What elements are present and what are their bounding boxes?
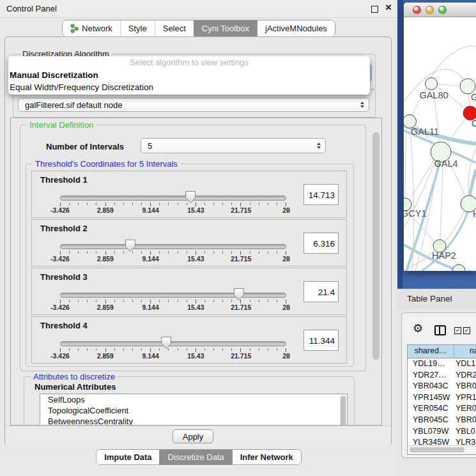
stepper-arrows-icon[interactable] xyxy=(317,142,321,149)
tab-discretize-data[interactable]: Discretize Data xyxy=(160,450,232,464)
maximize-traffic-light-icon[interactable] xyxy=(438,6,447,14)
split-view-icon[interactable] xyxy=(434,325,446,335)
table-row[interactable]: YBL079WYBL0 xyxy=(408,426,476,438)
cell-shared-name[interactable]: YDL19… xyxy=(408,358,454,370)
scrollbar-thumb[interactable] xyxy=(372,132,380,360)
node-label: GAL80 xyxy=(419,90,448,100)
slider-track[interactable] xyxy=(60,244,286,249)
node-label: C xyxy=(472,118,476,128)
popup-item-manual-discretization[interactable]: Manual Discretization xyxy=(8,69,370,81)
close-icon[interactable]: × xyxy=(385,1,392,14)
node-label: HAP2 xyxy=(432,250,456,261)
scrollbar-thumb[interactable] xyxy=(410,447,464,452)
checkbox-icon[interactable] xyxy=(454,327,461,334)
cell-name[interactable]: YBR0 xyxy=(454,415,476,426)
tab-infer-network[interactable]: Infer Network xyxy=(232,450,301,464)
thresholds-group: Threshold's Coordinates for 5 Intervals … xyxy=(26,164,354,367)
cell-name[interactable]: YPR1 xyxy=(454,392,476,404)
slider-track[interactable] xyxy=(60,293,286,298)
group-title: Attributes to discretize xyxy=(31,372,118,381)
gear-icon[interactable]: ⚙ xyxy=(413,323,423,334)
tab-style[interactable]: Style xyxy=(120,20,155,36)
cell-name[interactable]: YBL0 xyxy=(454,426,476,438)
table-row[interactable]: YPR145WYPR1 xyxy=(408,392,476,404)
tab-network[interactable]: Network xyxy=(63,20,120,36)
slider-track[interactable] xyxy=(60,341,286,346)
table-row[interactable]: YDR27…YDR2 xyxy=(408,370,476,381)
tick-label: -3.426 xyxy=(50,352,70,360)
list-scrollbar[interactable] xyxy=(340,395,346,426)
cell-name[interactable]: YDL1 xyxy=(454,358,476,370)
list-item-selfloops[interactable]: SelfLoops xyxy=(40,394,347,405)
cell-shared-name[interactable]: YBR045C xyxy=(408,415,454,426)
network-window-titlebar[interactable] xyxy=(404,3,476,17)
slider-track[interactable] xyxy=(60,196,286,201)
cell-name[interactable]: YER0 xyxy=(454,403,476,415)
attributes-listbox[interactable]: SelfLoopsTopologicalCoefficientBetweenne… xyxy=(40,394,348,426)
threshold-panel: Threshold 1 -3.4262.8599.14415.4321.7152… xyxy=(31,171,347,218)
list-item-topologicalcoefficient[interactable]: TopologicalCoefficient xyxy=(40,405,347,416)
minimize-traffic-light-icon[interactable] xyxy=(426,6,434,14)
threshold-value-field[interactable]: 21.4 xyxy=(303,281,339,302)
cell-shared-name[interactable]: YBL079W xyxy=(408,426,454,438)
network-edge[interactable] xyxy=(438,84,460,86)
horizontal-scrollbar[interactable] xyxy=(408,445,476,454)
float-window-icon[interactable] xyxy=(371,6,378,13)
cell-name[interactable]: YDR2 xyxy=(454,370,476,381)
table-row[interactable]: YER054CYER0 xyxy=(408,403,476,415)
tick-label: 2.859 xyxy=(97,303,114,311)
attributes-group: Attributes to discretize Numerical Attri… xyxy=(24,376,355,426)
network-edge[interactable] xyxy=(440,162,443,240)
threshold-slider[interactable]: -3.4262.8599.14415.4321.71528 xyxy=(60,244,286,265)
checkbox-icon[interactable] xyxy=(463,327,470,334)
tab-select[interactable]: Select xyxy=(155,20,194,36)
popup-placeholder-item[interactable]: Select algorithm to view settings xyxy=(8,56,370,69)
apply-bar: Apply xyxy=(5,426,391,446)
stepper-arrows-icon[interactable] xyxy=(360,102,364,108)
network-edge[interactable] xyxy=(431,46,476,77)
tick-label: 15.43 xyxy=(187,206,204,214)
threshold-value-field[interactable]: 11.344 xyxy=(303,330,339,351)
cell-shared-name[interactable]: YDR27… xyxy=(408,370,454,381)
apply-button[interactable]: Apply xyxy=(173,429,213,443)
threshold-value-field[interactable]: 6.316 xyxy=(303,233,339,254)
close-traffic-light-icon[interactable] xyxy=(413,6,421,14)
tab-label: Impute Data xyxy=(104,450,151,464)
cell-shared-name[interactable]: YBR043C xyxy=(408,381,454,392)
tick-label: 15.43 xyxy=(187,255,204,263)
panel-title: Control Panel xyxy=(6,4,57,13)
network-edge[interactable] xyxy=(405,128,406,198)
threshold-slider[interactable]: -3.4262.8599.14415.4321.71528 xyxy=(60,196,286,216)
table-row[interactable]: YBR045CYBR0 xyxy=(408,415,476,426)
cell-shared-name[interactable]: YER054C xyxy=(408,403,454,415)
popup-item-equal-width-frequency-discretization[interactable]: Equal Width/Frequency Discretization xyxy=(8,81,370,93)
slider-thumb[interactable] xyxy=(161,337,171,349)
slider-thumb[interactable] xyxy=(125,240,135,252)
cell-shared-name[interactable]: YPR145W xyxy=(408,392,454,404)
tab-cyni-toolbox[interactable]: Cyni Toolbox xyxy=(194,20,257,36)
tab-jactivemnodules[interactable]: jActiveMNodules xyxy=(257,20,335,36)
table-row[interactable]: YBR043CYBR0 xyxy=(408,381,476,392)
threshold-slider[interactable]: -3.4262.8599.14415.4321.71528 xyxy=(60,293,286,313)
threshold-value-field[interactable]: 14.713 xyxy=(303,184,339,205)
column-header-name[interactable]: na xyxy=(454,345,476,358)
table-row[interactable]: YDL19…YDL1 xyxy=(408,358,476,370)
threshold-panel: Threshold 4 -3.4262.8599.14415.4321.7152… xyxy=(31,316,347,364)
slider-thumb[interactable] xyxy=(185,191,196,203)
threshold-slider[interactable]: -3.4262.8599.14415.4321.71528 xyxy=(60,341,286,362)
number-of-intervals-combobox[interactable]: 5 xyxy=(141,138,326,153)
cell-name[interactable]: YBR0 xyxy=(454,381,476,392)
table-data-combobox[interactable]: galFiltered.sif default node xyxy=(18,98,369,112)
list-item-betweennesscentrality[interactable]: BetweennessCentrality xyxy=(40,416,347,426)
network-node-gal80[interactable] xyxy=(426,78,438,90)
network-edge-highlighted[interactable] xyxy=(470,169,476,196)
network-edge[interactable] xyxy=(468,94,470,106)
tick-label: 28 xyxy=(282,206,290,214)
slider-thumb[interactable] xyxy=(234,288,244,300)
network-view[interactable]: GAL80GALCGAL11GAL4GCY1HHAP2 xyxy=(404,17,476,271)
column-header-shared-name[interactable]: shared… xyxy=(408,345,454,358)
network-node[interactable] xyxy=(452,265,465,271)
threshold-label: Threshold 1 xyxy=(40,175,88,185)
vertical-scrollbar[interactable] xyxy=(372,121,380,422)
tab-impute-data[interactable]: Impute Data xyxy=(96,450,159,464)
